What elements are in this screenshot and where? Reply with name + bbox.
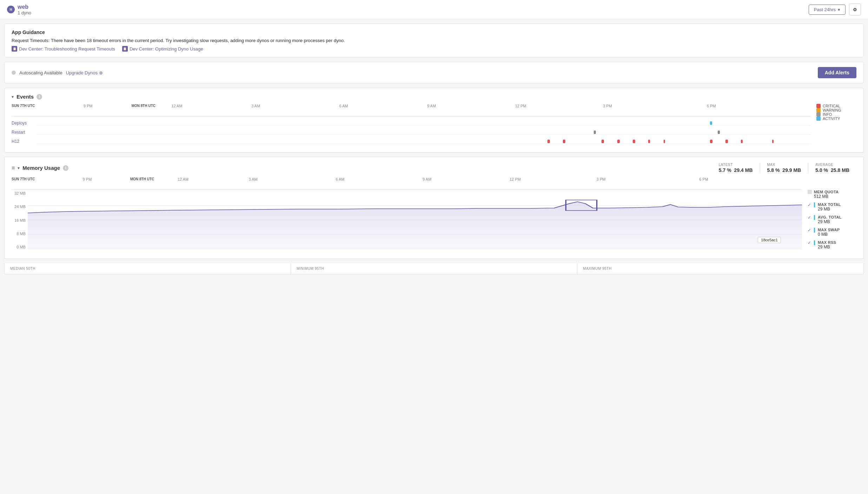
warning-label: WARNING [823,108,841,112]
memory-header-left: ≡ ▾ Memory Usage i [12,165,68,171]
mem-time-3pm: 3 PM [597,177,606,181]
dev-center-link-2[interactable]: 📋 Dev Center: Optimizing Dyno Usage [122,46,203,52]
y-label-24: 24 MB [12,205,26,209]
time-label-9pm: 9 PM [84,104,93,108]
legend-warning: WARNING [816,108,856,112]
max95-label: MAXIMUM 95TH [583,267,858,271]
restart-mark-1 [594,131,596,134]
app-guidance-text: Request Timeouts: There have been 18 tim… [12,38,856,43]
events-title: Events [17,94,34,100]
y-label-0: 0 MB [12,245,26,249]
autoscaling-status-dot [12,71,16,75]
deploys-label[interactable]: Deploys [12,121,36,126]
max-total-check: ✓ [808,202,811,207]
max-swap-info: MAX SWAP 0 MB [818,228,840,237]
memory-chart-main: SUN 7TH UTC 9 PM MON 8TH UTC 12 AM 3 AM … [12,177,802,253]
link-icon-2: 📋 [122,46,128,52]
dev-center-link-1[interactable]: 📋 Dev Center: Troubleshooting Request Ti… [12,46,115,52]
time-selector-label: Past 24hrs [814,7,836,12]
app-guidance-links: 📋 Dev Center: Troubleshooting Request Ti… [12,46,856,52]
stat-latest: LATEST 5.7 % 29.4 MB [712,163,760,173]
max-total-title: MAX TOTAL [818,202,841,207]
legend-max-rss: ✓ MAX RSS 29 MB [808,240,856,249]
latest-label: LATEST [719,163,753,167]
info-label: INFO [823,112,832,116]
memory-time-labels: SUN 7TH UTC 9 PM MON 8TH UTC 12 AM 3 AM … [12,177,802,190]
time-label-12am: 12 AM [171,104,182,108]
memory-header: ≡ ▾ Memory Usage i LATEST 5.7 % 29.4 MB … [12,163,856,173]
avg-total-check: ✓ [808,215,811,220]
events-collapse-icon[interactable]: ▾ [12,94,14,99]
stat-col-min95: MINIMUM 95TH [291,263,578,274]
restart-label[interactable]: Restart [12,130,36,135]
activity-label: ACTIVITY [823,116,840,121]
latest-mb: 29.4 MB [734,167,753,173]
memory-title: Memory Usage [22,165,60,171]
top-bar: H web 1 dyno Past 24hrs ▾ ⚙ [0,0,868,19]
event-row-deploys: Deploys [12,119,811,127]
dyno-info: H web 1 dyno [7,4,31,15]
time-label-mon: MON 8TH UTC [131,104,155,108]
average-values: 5.0 % 25.8 MB [815,167,849,173]
h12-mark-5 [633,140,635,143]
events-info-icon: i [37,94,42,100]
average-percent: 5.0 % [815,167,828,173]
max-rss-color [814,240,815,245]
mem-time-6pm: 6 PM [699,177,708,181]
h12-mark-4 [617,140,620,143]
stat-col-median: MEDIAN 50TH [5,263,291,274]
time-label-3am: 3 AM [251,104,260,108]
restart-track [36,130,811,135]
max-label: MAX [767,163,801,167]
memory-info-icon: i [63,165,68,171]
mem-quota-color [808,190,812,194]
autoscaling-left: Autoscaling Available Upgrade Dynos ⊕ [12,70,103,75]
median-label: MEDIAN 50TH [10,267,285,271]
time-label-3pm: 3 PM [603,104,612,108]
upgrade-dynos-label: Upgrade Dynos [66,70,98,75]
h12-label[interactable]: H12 [12,139,36,144]
memory-chart-with-y: 32 MB 24 MB 16 MB 8 MB 0 MB [12,191,802,250]
bottom-stats-bar: MEDIAN 50TH MINIMUM 95TH MAXIMUM 95TH [4,263,864,274]
dyno-count: 1 dyno [18,10,31,15]
memory-collapse-icon[interactable]: ▾ [18,166,20,171]
stat-average: AVERAGE 5.0 % 25.8 MB [808,163,856,173]
avg-total-value: 29 MB [818,219,842,224]
add-alerts-button[interactable]: Add Alerts [818,67,856,78]
event-row-restart: Restart [12,128,811,136]
page-container: H web 1 dyno Past 24hrs ▾ ⚙ App Guidance… [0,0,868,494]
time-selector-button[interactable]: Past 24hrs ▾ [809,5,846,15]
circle-arrow-icon: ⊕ [99,70,103,75]
mem-quota-value: 512 MB [814,194,839,199]
link-2-label: Dev Center: Optimizing Dyno Usage [130,46,203,52]
events-time-labels: SUN 7TH UTC 9 PM MON 8TH UTC 12 AM 3 AM … [12,104,811,116]
average-mb: 25.8 MB [831,167,849,173]
app-guidance-title: App Guidance [12,29,856,35]
link-icon-1: 📋 [12,46,17,52]
settings-button[interactable]: ⚙ [849,4,861,15]
mem-time-6am: 6 AM [336,177,344,181]
time-label-sun: SUN 7TH UTC [12,104,35,108]
chart-tooltip: 18ce5ac1 [758,237,781,243]
mem-time-mon: MON 8TH UTC [130,177,154,181]
max-swap-color [814,228,815,233]
max-rss-check: ✓ [808,240,811,245]
events-chart-area: SUN 7TH UTC 9 PM MON 8TH UTC 12 AM 3 AM … [12,104,856,147]
upgrade-dynos-link[interactable]: Upgrade Dynos ⊕ [66,70,103,75]
h12-mark-6 [648,140,650,143]
mem-time-3am: 3 AM [249,177,257,181]
time-label-6pm: 6 PM [707,104,716,108]
latest-values: 5.7 % 29.4 MB [719,167,753,173]
y-label-16: 16 MB [12,218,26,222]
memory-svg-container: 18ce5ac1 [28,191,802,250]
h12-mark-7 [664,140,665,143]
restart-mark-2 [718,131,720,134]
mem-quota-title: MEM QUOTA [814,190,839,194]
max-total-value: 29 MB [818,207,841,212]
max-total-info: MAX TOTAL 29 MB [818,202,841,212]
legend-avg-total: ✓ AVG. TOTAL 29 MB [808,215,856,224]
memory-section: ≡ ▾ Memory Usage i LATEST 5.7 % 29.4 MB … [4,157,864,259]
link-1-label: Dev Center: Troubleshooting Request Time… [19,46,115,52]
info-color [816,112,821,116]
max-values: 5.8 % 29.9 MB [767,167,801,173]
